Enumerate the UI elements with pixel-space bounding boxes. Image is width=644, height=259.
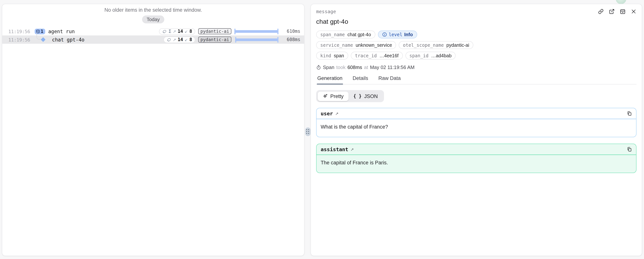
timeline-panel: No older items in the selected time wind… [2,4,304,256]
level-badge[interactable]: level Info [378,30,417,38]
trace-row-chat-gpt-4o[interactable]: 11:19:56 chat gpt-4o ↗ 14 ↙ 8 [2,36,304,44]
span-name: agent run [48,28,75,34]
input-tokens-icon: ↗ [173,29,176,34]
trace-rows: 11:19:56 1 agent run Σ ↗ [2,27,304,44]
close-icon[interactable] [631,9,636,14]
panel-resize-handle[interactable] [305,128,310,136]
assistant-message-card: assistant ↗ The capital of France is Par… [316,144,636,173]
avatar [616,0,626,4]
trace-row-agent-run[interactable]: 11:19:56 1 agent run Σ ↗ [2,27,304,36]
attr-kind[interactable]: kind span [316,52,348,60]
tab-details[interactable]: Details [352,76,369,84]
attr-trace-id[interactable]: trace_id …4ee16f [351,52,403,60]
tab-raw-data[interactable]: Raw Data [378,76,401,84]
duration-bar [234,37,278,42]
span-diamond-icon [41,37,46,42]
sigma-icon: Σ [168,29,171,34]
input-tokens: 14 [178,37,183,42]
attr-span-id[interactable]: span_id …ad4bab [405,52,456,60]
user-message-card: user ↗ What is the capital of France? [316,108,636,137]
dock-panel-icon[interactable] [620,9,626,14]
link-icon[interactable] [598,9,604,14]
tab-generation[interactable]: Generation [317,76,343,84]
info-icon [382,32,387,37]
duration-label: 610ms [282,29,300,34]
message-list: user ↗ What is the capital of France? as… [316,108,636,173]
braces-icon: { } [354,94,362,99]
attr-otel-scope-name[interactable]: otel_scope_name pydantic-ai [399,41,474,49]
message-role: user [321,110,333,116]
row-timestamp: 11:19:56 [8,37,32,42]
attr-span-name[interactable]: span_name chat gpt-4o [316,30,375,38]
output-tokens-icon: ↙ [185,37,188,42]
span-timestamp: May 02 11:19:56 AM [370,64,415,70]
span-timing: Span took 608ms at May 02 11:19:56 AM [316,64,636,70]
message-role: assistant [321,146,348,152]
attr-service-name[interactable]: service_name unknown_service [316,41,396,49]
duration-bar [234,28,278,34]
token-coin-icon [162,29,167,34]
timeline-notice: No older items in the selected time wind… [2,7,304,13]
copy-icon [627,147,632,152]
json-toggle-button[interactable]: { } JSON [348,92,383,101]
message-content: What is the capital of France? [316,119,636,137]
input-tokens-icon: ↗ [173,37,176,42]
span-kind-label: message [316,9,336,14]
open-message-icon[interactable]: ↗ [350,147,354,152]
token-usage-pill: Σ ↗ 14 ↙ 8 [159,28,195,34]
copy-button[interactable] [627,147,632,152]
message-content: The capital of France is Paris. [316,155,636,173]
span-title: chat gpt-4o [316,18,636,26]
date-chip: Today [142,16,164,23]
span-name: chat gpt-4o [52,37,84,42]
child-count: 1 [41,29,43,34]
output-tokens: 8 [189,29,192,34]
token-usage-pill: ↗ 14 ↙ 8 [163,36,195,43]
copy-button[interactable] [627,111,632,116]
input-tokens: 14 [178,29,183,34]
output-tokens: 8 [189,37,192,42]
stopwatch-icon [316,65,321,70]
span-attributes: span_name chat gpt-4o level Info service… [316,30,636,60]
pretty-toggle-button[interactable]: Pretty [318,92,348,101]
duration-label: 608ms [282,37,300,42]
tree-connector [36,32,41,40]
open-message-icon[interactable]: ↗ [335,111,338,116]
trace-viewer: No older items in the selected time wind… [0,0,644,259]
detail-tabs: Generation Details Raw Data [316,76,636,84]
copy-icon [627,111,632,116]
output-tokens-icon: ↙ [185,29,188,34]
view-mode-toggle: Pretty { } JSON [316,90,384,102]
span-duration: 608ms [348,64,362,70]
scope-tag: pydantic-ai [198,36,231,42]
row-timestamp: 11:19:56 [8,28,32,34]
open-external-icon[interactable] [609,9,614,14]
sparkle-icon [322,94,328,99]
scope-tag: pydantic-ai [198,28,231,34]
span-detail-panel: message chat gpt-4o [310,4,642,256]
token-coin-icon [166,37,171,42]
